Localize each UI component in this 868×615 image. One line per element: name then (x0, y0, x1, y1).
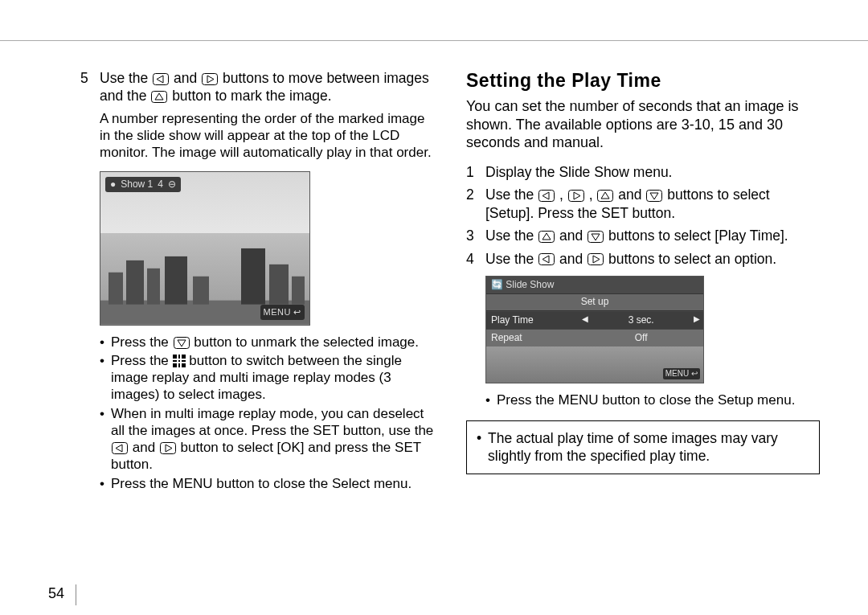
svg-rect-9 (147, 269, 160, 305)
lcd2-key: Repeat (486, 330, 579, 346)
bullet-item: • Press the button to unmark the selecte… (100, 334, 434, 351)
text: and (174, 70, 201, 86)
step-body: Use the and buttons to select an option. (485, 250, 820, 268)
svg-marker-24 (574, 192, 580, 199)
svg-marker-3 (207, 76, 214, 83)
lcd2-tab: Set up (486, 293, 703, 310)
right-bullets: •Press the MENU button to close the Setu… (485, 392, 820, 408)
lcd2-key: Play Time (486, 312, 579, 329)
text: buttons to select an option. (608, 251, 776, 267)
step-number: 4 (466, 250, 485, 268)
svg-marker-22 (542, 192, 549, 199)
text: Press the (111, 334, 173, 350)
svg-marker-16 (178, 340, 186, 346)
text: Press the MENU button to close the Selec… (111, 475, 434, 492)
text: , (559, 187, 567, 203)
lcd2-header: 🔄 Slide Show (486, 277, 703, 293)
bullet-item: •Press the MENU button to close the Sele… (100, 475, 434, 492)
down-arrow-icon (646, 190, 662, 202)
left-arrow-icon (538, 190, 555, 202)
text: Use the (485, 251, 538, 267)
intro-text: You can set the number of seconds that a… (466, 97, 820, 152)
right-arrow-icon (202, 73, 218, 85)
text: Press the MENU button to close the Setup… (497, 392, 820, 408)
step-number: 2 (466, 186, 485, 222)
text: and (133, 440, 159, 455)
svg-marker-30 (542, 233, 551, 240)
step-1: 1 Display the Slide Show menu. (466, 163, 820, 181)
svg-rect-8 (126, 260, 144, 305)
right-column: Setting the Play Time You can set the nu… (466, 69, 820, 494)
text: When in multi image replay mode, you can… (111, 406, 433, 438)
text: and (618, 187, 645, 203)
bullet-item: •Press the MENU button to close the Setu… (485, 392, 820, 408)
grid-icon (173, 355, 186, 367)
lcd1-show: Show 1 (121, 178, 153, 191)
up-arrow-icon (538, 231, 555, 243)
left-bullets: • Press the button to unmark the selecte… (100, 334, 434, 492)
svg-marker-5 (155, 93, 163, 100)
left-column: 5 Use the and buttons to move between im… (80, 69, 434, 494)
step-number: 3 (466, 227, 485, 244)
step-body: Display the Slide Show menu. (485, 163, 820, 181)
down-arrow-icon (588, 231, 604, 243)
bullet-item: • When in multi image replay mode, you c… (100, 405, 434, 474)
svg-marker-28 (650, 193, 658, 199)
svg-marker-34 (542, 256, 549, 263)
svg-rect-17 (113, 443, 128, 454)
page-number: 54 (48, 585, 64, 602)
step-body: Use the , , and buttons to select [Setup… (485, 186, 820, 222)
lcd2-row-playtime: Play Time 3 sec. (486, 311, 703, 329)
svg-rect-10 (165, 256, 187, 305)
svg-rect-12 (241, 248, 265, 305)
left-arrow-icon (112, 442, 128, 454)
down-arrow-icon (174, 337, 190, 349)
note-box: •The actual play time of some images may… (466, 420, 820, 475)
text: and (559, 251, 587, 267)
top-rule (0, 40, 868, 41)
page-number-divider (76, 584, 76, 605)
right-arrow-icon (588, 253, 604, 265)
svg-marker-36 (593, 256, 600, 263)
svg-rect-11 (193, 277, 209, 305)
svg-marker-26 (601, 192, 609, 199)
svg-rect-14 (292, 277, 305, 305)
text: Use the (100, 70, 152, 86)
up-arrow-icon (597, 190, 613, 202)
lcd-screenshot-2: 🔄 Slide Show Set up Play Time 3 sec. Rep… (485, 276, 704, 383)
lcd1-menu-badge: MENU ↩ (260, 305, 305, 319)
svg-marker-20 (166, 445, 172, 452)
left-arrow-icon (153, 73, 169, 85)
svg-rect-13 (269, 264, 289, 305)
step-number: 5 (80, 69, 100, 105)
step-body: Use the and buttons to move between imag… (100, 69, 434, 105)
svg-rect-19 (160, 443, 175, 454)
step-body: Use the and buttons to select [Play Time… (485, 227, 820, 244)
svg-rect-7 (108, 273, 123, 305)
bullet-item: • Press the button to switch between the… (100, 352, 434, 404)
step-4: 4 Use the and buttons to select an optio… (466, 250, 820, 268)
lcd2-bg: MENU ↩ (486, 346, 703, 383)
step-3: 3 Use the and buttons to select [Play Ti… (466, 227, 820, 244)
lcd2-val: Off (579, 330, 703, 346)
section-heading: Setting the Play Time (466, 69, 820, 92)
step-2: 2 Use the , , and buttons to select [Set… (466, 186, 820, 222)
text: button to unmark the selected image. (194, 334, 419, 350)
right-arrow-icon (160, 442, 176, 454)
svg-marker-18 (116, 445, 122, 452)
left-arrow-icon (538, 253, 555, 265)
svg-rect-23 (568, 191, 583, 202)
text: buttons to select [Play Time]. (608, 228, 788, 244)
lcd1-count: 4 (158, 178, 163, 191)
note-text: The actual play time of some images may … (488, 429, 809, 466)
text: , (589, 187, 597, 203)
svg-rect-33 (539, 254, 555, 265)
svg-rect-21 (539, 191, 555, 202)
step-number: 1 (466, 163, 485, 181)
svg-rect-2 (203, 73, 218, 84)
lcd2-row-repeat: Repeat Off (486, 329, 703, 346)
lcd2-header-text: Slide Show (506, 279, 554, 290)
svg-rect-0 (154, 73, 169, 84)
lcd2-val: 3 sec. (579, 312, 703, 329)
text: Use the (485, 228, 538, 244)
